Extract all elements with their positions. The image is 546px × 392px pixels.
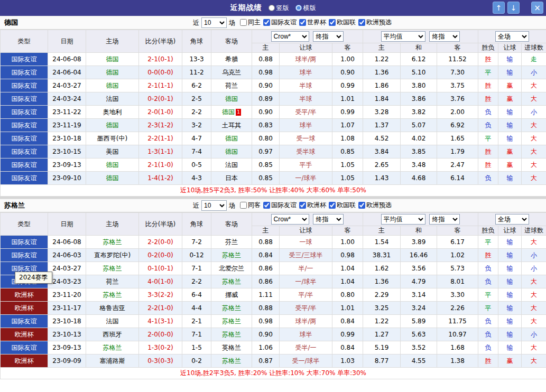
away-team-cell[interactable]: 苏格兰 bbox=[211, 249, 252, 262]
away-team-cell[interactable]: 英格兰 bbox=[211, 341, 252, 354]
filter-checkbox-input[interactable] bbox=[263, 202, 270, 209]
home-team-cell[interactable]: 美国 bbox=[86, 145, 139, 158]
fulltime-select[interactable]: 全场 bbox=[495, 214, 529, 225]
filter-checkbox-欧国联[interactable]: 欧国联 bbox=[329, 18, 356, 27]
filter-checkbox-input[interactable] bbox=[299, 202, 306, 209]
home-team-cell[interactable]: 墨西哥(中) bbox=[86, 132, 139, 145]
away-team-cell[interactable]: 乌克兰 bbox=[211, 66, 252, 79]
filter-checkbox-欧洲预选[interactable]: 欧洲预选 bbox=[358, 18, 392, 27]
home-team-cell[interactable]: 德国 bbox=[86, 172, 139, 185]
filter-checkbox-欧洲预选[interactable]: 欧洲预选 bbox=[358, 201, 392, 210]
filter-checkbox-国际友谊[interactable]: 国际友谊 bbox=[263, 201, 297, 210]
team-name[interactable]: 法国 bbox=[225, 161, 238, 169]
layout-radio-horizontal-input[interactable] bbox=[295, 5, 302, 11]
home-team-cell[interactable]: 德国 bbox=[86, 79, 139, 92]
team-name[interactable]: 德国 bbox=[106, 55, 119, 63]
home-team-cell[interactable]: 苏格兰 bbox=[86, 288, 139, 302]
layout-radio-vertical[interactable]: 竖版 bbox=[269, 4, 289, 13]
filter-checkbox-欧洲杯[interactable]: 欧洲杯 bbox=[299, 201, 326, 210]
home-team-cell[interactable]: 德国 bbox=[86, 119, 139, 132]
home-team-cell[interactable]: 奥地利 bbox=[86, 106, 139, 119]
close-icon[interactable]: × bbox=[531, 2, 543, 14]
fulltime-select[interactable]: 全场 bbox=[495, 31, 529, 42]
team-name[interactable]: 日本 bbox=[225, 174, 238, 182]
filter-checkbox-input[interactable] bbox=[299, 19, 306, 26]
team-name[interactable]: 苏格兰 bbox=[222, 357, 241, 365]
team-name[interactable]: 苏格兰 bbox=[222, 318, 241, 325]
home-team-cell[interactable]: 西班牙 bbox=[86, 328, 139, 341]
team-name[interactable]: 荷兰 bbox=[225, 82, 238, 89]
scroll-up-button[interactable]: ↑ bbox=[493, 2, 505, 14]
bookmaker-select[interactable]: Crow* bbox=[271, 31, 309, 42]
team-name[interactable]: 德国 bbox=[106, 174, 119, 182]
home-team-cell[interactable]: 格鲁吉亚 bbox=[86, 302, 139, 315]
team-name[interactable]: 德国 bbox=[225, 95, 238, 102]
team-name[interactable]: 苏格兰 bbox=[103, 344, 122, 351]
filter-checkbox-欧国联[interactable]: 欧国联 bbox=[329, 201, 356, 210]
team-name[interactable]: 土耳其 bbox=[222, 122, 241, 129]
filter-checkbox-input[interactable] bbox=[358, 202, 365, 209]
away-team-cell[interactable]: 德国 bbox=[211, 92, 252, 106]
away-team-cell[interactable]: 希腊 bbox=[211, 53, 252, 66]
away-team-cell[interactable]: 挪威 bbox=[211, 288, 252, 302]
team-name[interactable]: 美国 bbox=[106, 148, 119, 155]
home-team-cell[interactable]: 德国 bbox=[86, 158, 139, 172]
team-name[interactable]: 格鲁吉亚 bbox=[100, 304, 125, 312]
team-name[interactable]: 德国 bbox=[225, 135, 238, 142]
away-team-cell[interactable]: 苏格兰 bbox=[211, 275, 252, 288]
home-team-cell[interactable]: 荷兰 bbox=[86, 275, 139, 288]
match-count-select[interactable]: 10 bbox=[201, 17, 227, 28]
team-name[interactable]: 苏格兰 bbox=[222, 331, 241, 338]
team-name[interactable]: 英格兰 bbox=[222, 344, 241, 351]
layout-radio-horizontal[interactable]: 横版 bbox=[295, 4, 316, 13]
filter-checkbox-input[interactable] bbox=[329, 202, 336, 209]
filter-checkbox-世界杯[interactable]: 世界杯 bbox=[299, 18, 326, 27]
team-name[interactable]: 苏格兰 bbox=[222, 304, 241, 312]
home-team-cell[interactable]: 塞浦路斯 bbox=[86, 354, 139, 368]
filter-checkbox-input[interactable] bbox=[329, 19, 336, 26]
away-team-cell[interactable]: 苏格兰 bbox=[211, 315, 252, 328]
team-name[interactable]: 德国 bbox=[225, 148, 238, 155]
team-name[interactable]: 芬兰 bbox=[225, 238, 238, 246]
team-name[interactable]: 塞浦路斯 bbox=[100, 357, 125, 365]
home-team-cell[interactable]: 德国 bbox=[86, 53, 139, 66]
filter-checkbox-国际友谊[interactable]: 国际友谊 bbox=[263, 18, 297, 27]
team-name[interactable]: 苏格兰 bbox=[222, 278, 241, 285]
team-name[interactable]: 法国 bbox=[106, 95, 119, 102]
team-name[interactable]: 德国 bbox=[106, 82, 119, 89]
team-name[interactable]: 法国 bbox=[106, 318, 119, 325]
away-team-cell[interactable]: 德国 bbox=[211, 145, 252, 158]
away-team-cell[interactable]: 德国 bbox=[211, 132, 252, 145]
home-team-cell[interactable]: 苏格兰 bbox=[86, 262, 139, 275]
team-name[interactable]: 苏格兰 bbox=[103, 291, 122, 298]
team-name[interactable]: 苏格兰 bbox=[222, 251, 241, 259]
home-team-cell[interactable]: 法国 bbox=[86, 92, 139, 106]
team-name[interactable]: 奥地利 bbox=[103, 108, 122, 116]
filter-checkbox-input[interactable] bbox=[240, 19, 247, 26]
odds-time-select[interactable]: 终指 bbox=[313, 214, 344, 225]
home-team-cell[interactable]: 德国 bbox=[86, 66, 139, 79]
away-team-cell[interactable]: 德国1 bbox=[211, 106, 252, 119]
scroll-down-button[interactable]: ↓ bbox=[507, 2, 520, 14]
odds-time-select[interactable]: 终指 bbox=[313, 31, 344, 42]
away-team-cell[interactable]: 苏格兰 bbox=[211, 328, 252, 341]
team-name[interactable]: 德国 bbox=[106, 122, 119, 129]
home-team-cell[interactable]: 直布罗陀(中) bbox=[86, 249, 139, 262]
filter-checkbox-同主[interactable]: 同主 bbox=[240, 18, 261, 27]
team-name[interactable]: 西班牙 bbox=[103, 331, 122, 338]
home-team-cell[interactable]: 苏格兰 bbox=[86, 236, 139, 249]
layout-radio-vertical-input[interactable] bbox=[269, 5, 275, 11]
average-odds-select[interactable]: 平均值 bbox=[381, 214, 425, 225]
team-name[interactable]: 荷兰 bbox=[106, 278, 119, 285]
away-team-cell[interactable]: 苏格兰 bbox=[211, 354, 252, 368]
away-team-cell[interactable]: 土耳其 bbox=[211, 119, 252, 132]
away-team-cell[interactable]: 法国 bbox=[211, 158, 252, 172]
team-name[interactable]: 挪威 bbox=[225, 291, 238, 298]
team-name[interactable]: 直布罗陀(中) bbox=[94, 251, 131, 259]
home-team-cell[interactable]: 苏格兰 bbox=[86, 341, 139, 354]
team-name[interactable]: 希腊 bbox=[225, 55, 238, 63]
filter-checkbox-input[interactable] bbox=[358, 19, 365, 26]
team-name[interactable]: 德国 bbox=[106, 69, 119, 76]
bookmaker-select[interactable]: Crow* bbox=[271, 214, 309, 225]
away-team-cell[interactable]: 北爱尔兰 bbox=[211, 262, 252, 275]
